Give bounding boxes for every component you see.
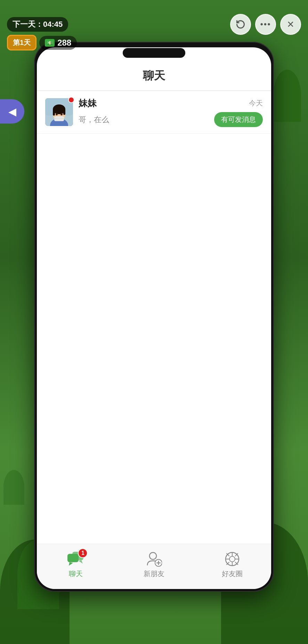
tab-bar: 1 聊天 新朋友 <box>37 544 271 589</box>
phone-notch <box>123 48 185 58</box>
chat-badge: 1 <box>78 548 88 558</box>
money-value: 288 <box>57 38 71 48</box>
tab-moments[interactable]: 好友圈 <box>193 544 271 586</box>
close-button[interactable]: ✕ <box>280 14 301 35</box>
close-icon: ✕ <box>287 19 294 30</box>
app-title: 聊天 <box>37 68 271 84</box>
more-button[interactable]: ••• <box>255 14 276 35</box>
chat-info: 妹妹 今天 哥，在么 有可发消息 <box>79 97 263 127</box>
chat-time: 今天 <box>249 99 263 108</box>
svg-rect-10 <box>54 116 64 121</box>
new-friends-icon <box>146 551 162 567</box>
money-display: 💵 288 <box>39 36 77 50</box>
chat-list: 妹妹 今天 哥，在么 有可发消息 <box>37 91 271 544</box>
chat-msg-row: 哥，在么 有可发消息 <box>79 112 263 127</box>
avatar <box>45 98 73 126</box>
refresh-button[interactable] <box>230 14 251 35</box>
tab-chat[interactable]: 1 聊天 <box>37 544 115 586</box>
day-money-hud: 第1天 💵 288 <box>7 35 77 50</box>
svg-point-14 <box>149 552 156 559</box>
svg-point-8 <box>56 113 58 116</box>
svg-rect-7 <box>63 109 65 115</box>
chat-tab-icon-wrap: 1 <box>67 551 85 567</box>
send-message-button[interactable]: 有可发消息 <box>214 112 263 127</box>
message-preview: 哥，在么 <box>79 115 109 125</box>
empty-chat-space <box>37 134 271 412</box>
top-hud: 下一天：04:45 ••• ✕ <box>7 14 301 35</box>
phone-screen: 聊天 <box>37 47 271 589</box>
more-icon: ••• <box>260 19 271 29</box>
phone-frame: 聊天 <box>34 42 274 592</box>
chat-tab-label: 聊天 <box>69 569 83 579</box>
chat-item-sister[interactable]: 妹妹 今天 哥，在么 有可发消息 <box>37 91 271 134</box>
timer-display: 下一天：04:45 <box>7 17 68 32</box>
moments-tab-label: 好友圈 <box>222 569 243 579</box>
moments-icon <box>225 551 240 567</box>
svg-rect-6 <box>53 109 55 116</box>
new-friends-icon-wrap <box>146 551 162 567</box>
contact-name: 妹妹 <box>79 97 97 109</box>
day-label: 第1天 <box>7 35 37 50</box>
moments-icon-wrap <box>224 551 241 567</box>
chat-name-row: 妹妹 今天 <box>79 97 263 109</box>
new-friends-tab-label: 新朋友 <box>144 569 164 579</box>
svg-point-9 <box>60 113 63 116</box>
money-icon: 💵 <box>45 39 55 47</box>
hud-buttons: ••• ✕ <box>230 14 301 35</box>
left-arrow-button[interactable]: ◀ <box>0 99 24 124</box>
left-arrow-icon: ◀ <box>8 105 16 118</box>
avatar-wrap <box>45 98 73 126</box>
unread-dot <box>68 97 74 103</box>
tab-new-friends[interactable]: 新朋友 <box>115 544 193 586</box>
svg-point-19 <box>229 556 235 562</box>
